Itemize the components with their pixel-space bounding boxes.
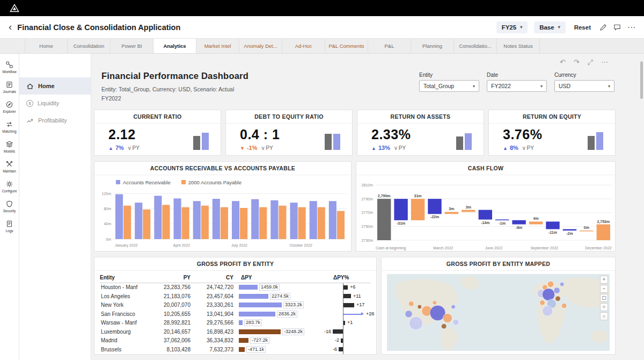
sidebar-item-label: Liquidity: [38, 100, 59, 106]
rail-item-journals[interactable]: Journals: [0, 78, 19, 97]
kpi-card-debt-to-equity[interactable]: DEBT TO EQUITY RATIO 0.4 : 1 ▼ -1% v PY: [225, 110, 353, 156]
table-row[interactable]: Houston - Manf23,283,75624,742,7201459.0…: [100, 283, 371, 292]
ar-ap-bar-chart[interactable]: 0m40m80m120mJanuary 2022April 2022July 2…: [94, 186, 352, 250]
currency-filter-label: Currency: [554, 72, 614, 78]
rail-item-maintain[interactable]: Maintain: [0, 157, 19, 176]
cash-flow-waterfall-chart[interactable]: 2730m2750m2770m2790m2810m2,790m-31m31m-2…: [356, 175, 616, 251]
column-header-py[interactable]: PY: [151, 275, 194, 280]
svg-text:-22m: -22m: [430, 215, 439, 219]
kpi-card-return-on-assets[interactable]: RETURN ON ASSETS 2.33% ▲ 13% v PY: [357, 110, 484, 156]
svg-text:-11m: -11m: [548, 230, 557, 234]
box-select-button[interactable]: ▢: [600, 294, 608, 302]
sidebar-item-profitability[interactable]: Profitability: [19, 112, 91, 129]
comment-button[interactable]: [613, 24, 621, 31]
svg-text:2770m: 2770m: [362, 211, 374, 214]
legend-item-payable[interactable]: 2000 Accounts Payable: [181, 179, 241, 185]
rail-item-workflow[interactable]: Workflow: [0, 58, 19, 77]
tab-planning[interactable]: Planning: [411, 39, 454, 53]
svg-text:4m: 4m: [533, 217, 539, 220]
tab-consolidation[interactable]: Consolidation: [68, 39, 111, 53]
svg-text:-31m: -31m: [397, 221, 405, 225]
delta-bar: [239, 285, 258, 290]
fiscal-year-select[interactable]: FY25 ▾: [496, 21, 528, 33]
zoom-out-button[interactable]: −: [600, 285, 608, 293]
kpi-card-return-on-equity[interactable]: RETURN ON EQUITY 3.76% ▲ 8% v PY: [488, 110, 616, 156]
sidebar-item-liquidity[interactable]: $ Liquidity: [19, 95, 91, 112]
kpi-value: 2.12: [108, 127, 140, 142]
chevron-down-icon: ▾: [608, 84, 610, 89]
tab-ad-hoc[interactable]: Ad-Hoc: [282, 39, 325, 53]
table-row[interactable]: San Francisco10,205,65513,041,9042836.2k…: [100, 309, 371, 319]
date-filter-label: Date: [487, 72, 547, 78]
table-row[interactable]: Los Angeles21,183,07623,457,6042274.5k+1…: [100, 292, 371, 301]
reset-view-button[interactable]: ⌂: [600, 312, 608, 320]
tab-notes-status[interactable]: Notes Status: [497, 39, 540, 53]
back-button[interactable]: ‹: [9, 21, 12, 32]
kpi-row: CURRENT RATIO 2.12 ▲ 7% v PY: [94, 110, 616, 156]
legend-item-receivable[interactable]: Accounts Receivable: [116, 179, 171, 185]
column-header-dpy-pct[interactable]: ΔPY%: [323, 275, 371, 280]
delta-pct-bar: [339, 347, 343, 351]
chart-title: ACCOUNTS RECEIVABLE VS ACCOUNTS PAYABLE: [94, 162, 351, 175]
table-row[interactable]: Warsaw - Manf28,992,82129,276,566283.7k+…: [100, 319, 371, 328]
date-filter-select[interactable]: FY2022 ▾: [487, 80, 547, 92]
rail-item-explorer[interactable]: Explorer: [0, 98, 19, 117]
kpi-compare-label: v PY: [523, 145, 534, 151]
entity-filter-value: Total_Group: [423, 83, 454, 89]
world-bubble-map[interactable]: [387, 274, 610, 351]
tab-consolidatio[interactable]: Consolidatio...: [454, 39, 497, 53]
rail-item-models[interactable]: Models: [0, 138, 19, 156]
table-row[interactable]: New York20,007,07023,330,2613323.2k+17: [100, 301, 371, 310]
entity-filter-select[interactable]: Total_Group ▾: [419, 80, 479, 92]
zoom-in-button[interactable]: +: [600, 276, 608, 284]
column-header-dpy[interactable]: ΔPY: [237, 275, 323, 280]
fullscreen-button[interactable]: ⤢: [588, 58, 593, 67]
delta-bar: [239, 312, 275, 316]
rail-item-logs[interactable]: Logs: [0, 217, 19, 236]
tab-p-l[interactable]: P&L: [368, 39, 411, 53]
more-options-button[interactable]: ⋯: [627, 23, 635, 32]
sidebar-item-label: Profitability: [38, 117, 67, 124]
undo-button[interactable]: ↶: [560, 58, 566, 67]
rail-item-security[interactable]: Security: [0, 197, 19, 216]
tab-analytics[interactable]: Analytics: [153, 39, 196, 53]
tab-anomaly-det[interactable]: Anomaly Det...: [239, 39, 282, 53]
rail-item-matching[interactable]: Matching: [0, 118, 19, 136]
edit-button[interactable]: [599, 24, 607, 31]
delta-pct-bar: [343, 285, 348, 290]
redo-button[interactable]: ↷: [574, 58, 580, 67]
gross-profit-table-panel: GROSS PROFIT BY ENTITY Entity PY CY ΔPY …: [94, 257, 377, 355]
svg-text:March 2022: March 2022: [433, 246, 453, 250]
more-button[interactable]: ⋯: [601, 58, 608, 67]
dashboard-subtitle-line2: FY2022: [101, 94, 248, 103]
kpi-card-current-ratio[interactable]: CURRENT RATIO 2.12 ▲ 7% v PY: [94, 110, 221, 156]
kpi-delta: 7%: [115, 145, 124, 151]
scrollbar-thumb[interactable]: [640, 61, 643, 99]
kpi-delta: 8%: [510, 145, 518, 151]
table-row[interactable]: Madrid37,062,00636,334,832-727.2k-2: [100, 336, 371, 345]
sidebar-item-home[interactable]: Home: [19, 77, 91, 95]
tab-home[interactable]: Home: [25, 39, 68, 53]
currency-filter-select[interactable]: USD ▾: [554, 80, 614, 92]
chart-legend: Accounts Receivable 2000 Accounts Payabl…: [94, 175, 351, 186]
delta-pct-bar: [343, 303, 354, 307]
column-header-entity[interactable]: Entity: [100, 275, 151, 280]
svg-text:3m: 3m: [449, 207, 454, 211]
rail-item-configure[interactable]: Configure: [0, 177, 19, 196]
lasso-select-button[interactable]: ○: [600, 303, 608, 311]
column-header-cy[interactable]: CY: [194, 275, 237, 280]
base-select[interactable]: Base ▾: [534, 21, 566, 33]
kpi-minibar: [325, 134, 332, 150]
svg-text:December 2022: December 2022: [585, 246, 612, 250]
gross-profit-map-panel: GROSS PROFIT BY ENTITY MAPPED + − ▢ ○ ⌂: [381, 257, 616, 355]
rail-label: Journals: [3, 90, 16, 93]
svg-text:-14m: -14m: [481, 220, 489, 224]
pencil-icon: [599, 24, 607, 31]
table-row[interactable]: Brussels8,103,4287,632,373-471.1k-6: [100, 345, 371, 354]
tab-power-bi[interactable]: Power BI: [111, 39, 153, 53]
table-row[interactable]: Luxembourg20,146,65716,898,423-3248.2k-1…: [100, 327, 371, 336]
tab-p-l-comments[interactable]: P&L Comments: [325, 39, 368, 53]
delta-bar: [239, 329, 281, 334]
tab-market-intel[interactable]: Market Intel: [196, 39, 239, 53]
reset-button[interactable]: Reset: [574, 24, 591, 31]
